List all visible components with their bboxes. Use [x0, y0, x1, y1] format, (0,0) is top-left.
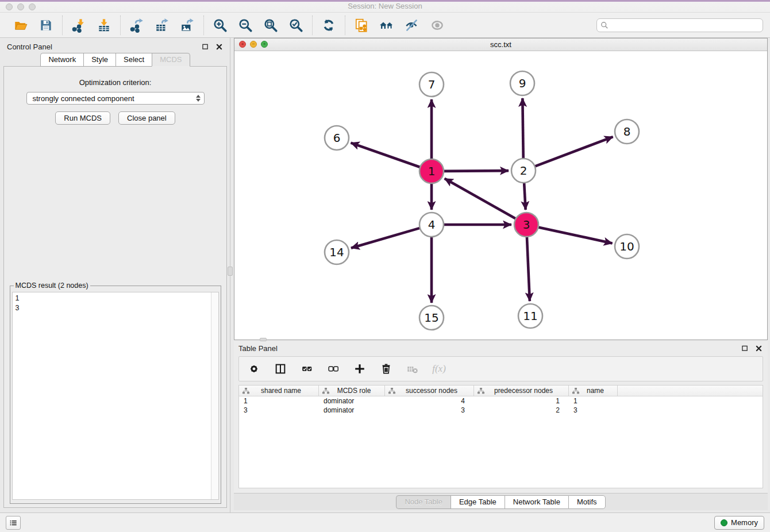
table-settings-icon[interactable] [247, 362, 261, 376]
network-close-button[interactable]: × [239, 41, 246, 48]
criterion-value: strongly connected component [33, 94, 196, 103]
memory-button[interactable]: Memory [714, 516, 764, 530]
close-panel-button[interactable]: Close panel [118, 111, 175, 125]
tab-network-table[interactable]: Network Table [505, 495, 568, 509]
task-history-button[interactable] [6, 516, 21, 530]
column-type-icon [322, 388, 329, 394]
save-session-icon[interactable] [38, 17, 54, 33]
graph-node-label-7: 7 [428, 78, 436, 91]
search-icon [600, 21, 609, 29]
tab-style[interactable]: Style [83, 53, 116, 67]
table-cell[interactable]: 3 [385, 406, 474, 414]
unselect-all-icon[interactable] [326, 362, 340, 376]
table-cell[interactable]: 3 [569, 406, 618, 414]
network-maximize-button[interactable]: + [261, 41, 268, 48]
show-columns-icon[interactable] [274, 362, 287, 376]
network-minimize-button[interactable]: − [250, 41, 257, 48]
cytoscape-window: Session: New Session [0, 0, 770, 532]
table-cell[interactable]: 1 [239, 397, 319, 405]
apply-layout-icon[interactable] [321, 17, 337, 33]
zoom-in-icon[interactable] [212, 17, 228, 33]
splitter-handle[interactable] [228, 267, 233, 276]
table-cell[interactable]: 3 [239, 406, 319, 414]
table-cell[interactable]: dominator [319, 397, 385, 405]
node-table: shared nameMCDS rolesuccessor nodesprede… [238, 385, 763, 488]
table-panel: Table Panel [234, 341, 768, 510]
table-cell[interactable]: 2 [474, 406, 569, 414]
mcds-result-title: MCDS result (2 nodes) [14, 282, 90, 290]
tab-motifs[interactable]: Motifs [568, 495, 606, 509]
graph-node-label-6: 6 [333, 131, 341, 145]
graph-edge-2-9[interactable] [522, 98, 523, 159]
first-neighbors-icon[interactable] [379, 17, 395, 33]
graph-edge-3-11[interactable] [527, 237, 530, 301]
column-header-name[interactable]: name [569, 385, 618, 396]
network-title: scc.txt [234, 40, 767, 49]
column-header-shared-name[interactable]: shared name [239, 385, 319, 396]
table-cell[interactable]: dominator [319, 406, 385, 414]
delete-row-icon[interactable] [379, 362, 393, 376]
zoom-selected-icon[interactable] [288, 17, 304, 33]
table-row[interactable]: 1dominator411 [239, 396, 763, 406]
tab-select[interactable]: Select [116, 53, 152, 67]
export-network-icon[interactable] [129, 17, 145, 33]
hide-selected-icon[interactable] [404, 17, 420, 33]
result-scrollbar[interactable] [211, 292, 218, 499]
table-row[interactable]: 3dominator323 [239, 406, 763, 415]
tab-edge-table[interactable]: Edge Table [451, 495, 505, 509]
column-header-MCDS-role[interactable]: MCDS role [319, 385, 385, 396]
network-canvas[interactable]: 7968124314101511 [234, 51, 767, 340]
add-row-icon[interactable] [353, 362, 367, 376]
tab-node-table[interactable]: Node Table [396, 495, 451, 509]
graph-edge-1-2[interactable] [444, 171, 509, 171]
table-toolbar: f(x) [238, 356, 763, 381]
zoom-fit-icon[interactable] [263, 17, 279, 33]
column-header-successor-nodes[interactable]: successor nodes [385, 385, 474, 396]
table-cell[interactable]: 4 [385, 397, 474, 405]
graph-edge-3-10[interactable] [538, 227, 613, 243]
table-tabs-strip: Node TableEdge TableNetwork TableMotifs [234, 493, 768, 510]
memory-status-icon [721, 519, 727, 526]
import-network-icon[interactable] [71, 17, 87, 33]
tab-network[interactable]: Network [40, 53, 83, 67]
graph-node-label-15: 15 [424, 311, 438, 325]
export-image-icon[interactable] [179, 17, 195, 33]
table-header-row: shared nameMCDS rolesuccessor nodesprede… [239, 385, 763, 396]
column-type-icon [242, 388, 249, 394]
network-graph: 7968124314101511 [234, 51, 767, 340]
column-type-icon [478, 388, 484, 394]
list-icon [9, 518, 18, 527]
close-table-panel-icon[interactable] [754, 344, 763, 353]
export-table-icon[interactable] [154, 17, 170, 33]
search-input[interactable] [596, 18, 763, 32]
graph-edge-2-3[interactable] [524, 183, 526, 210]
network-view: × − + scc.txt 7968124314101511 [234, 38, 768, 340]
column-header-predecessor-nodes[interactable]: predecessor nodes [474, 385, 569, 396]
table-cell[interactable]: 1 [474, 397, 569, 405]
import-table-icon[interactable] [96, 17, 112, 33]
zoom-out-icon[interactable] [237, 17, 253, 33]
memory-label: Memory [731, 518, 758, 527]
float-table-panel-icon[interactable] [740, 344, 749, 353]
tab-mcds[interactable]: MCDS [152, 53, 190, 67]
control-panel-title: Control Panel [7, 43, 52, 51]
toolbar-search [596, 18, 763, 32]
close-panel-icon[interactable] [214, 42, 224, 51]
mcds-result-box: MCDS result (2 nodes) 13 [10, 286, 221, 504]
select-all-icon[interactable] [300, 362, 314, 376]
new-network-from-selection-icon[interactable] [353, 17, 369, 33]
open-session-icon[interactable] [13, 17, 29, 33]
table-body: 1dominator4113dominator323 [239, 396, 763, 415]
table-cell[interactable]: 1 [569, 397, 618, 405]
graph-edge-3-1[interactable] [445, 179, 516, 219]
control-panel-tabs: NetworkStyleSelectMCDS [3, 53, 227, 67]
graph-edge-2-8[interactable] [535, 137, 613, 166]
graph-node-label-9: 9 [519, 76, 526, 90]
float-panel-icon[interactable] [201, 42, 210, 51]
graph-edge-1-6[interactable] [351, 143, 421, 167]
optimization-criterion-label: Optimization criterion: [79, 78, 152, 87]
run-mcds-button[interactable]: Run MCDS [55, 111, 110, 125]
graph-edge-4-14[interactable] [351, 228, 420, 248]
vertical-splitter[interactable] [229, 38, 232, 512]
criterion-select[interactable]: strongly connected component [26, 92, 205, 105]
